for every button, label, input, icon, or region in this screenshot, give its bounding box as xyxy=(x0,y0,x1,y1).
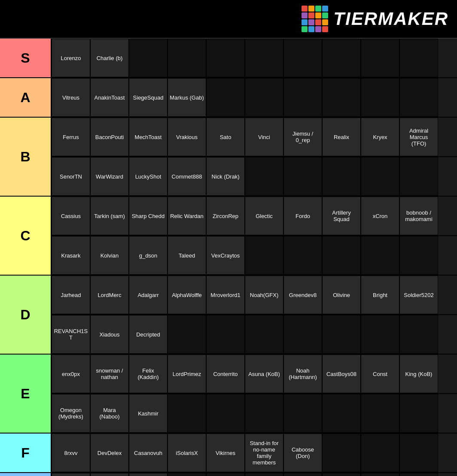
logo-pixel xyxy=(308,12,314,18)
logo-pixel xyxy=(322,12,328,18)
table-cell: Asuna (KoB) xyxy=(245,355,283,393)
logo-pixel xyxy=(315,19,321,25)
table-cell: Relic Wardan xyxy=(168,197,206,235)
table-cell: Ecclessis xyxy=(52,473,90,476)
tier-row-B: BFerrusBaconPoutiMechToastVrakiousSatoVi… xyxy=(0,118,457,197)
cells-row-E-1: Omegon (Mydreks)Mara (Naboo)Kashmir xyxy=(52,394,457,433)
table-cell: Kolvian xyxy=(90,236,129,275)
logo-pixel xyxy=(315,12,321,18)
table-cell: Xiadous xyxy=(90,315,129,354)
table-cell-empty xyxy=(399,78,438,117)
tier-cells-S: LorenzoCharlie (b) xyxy=(52,39,457,77)
table-cell: Cassius xyxy=(52,197,90,235)
table-cell-empty xyxy=(245,315,283,354)
table-cell: Greendev8 xyxy=(283,276,322,314)
logo-pixel xyxy=(302,26,308,32)
table-cell: Artillery Squad xyxy=(322,197,361,235)
tier-cells-B: FerrusBaconPoutiMechToastVrakiousSatoVin… xyxy=(52,118,457,196)
table-cell-empty xyxy=(245,157,283,196)
table-cell: Noah(GFX) xyxy=(245,276,283,314)
table-cell: ZirconRep xyxy=(206,197,245,235)
tier-label-A: A xyxy=(0,78,52,117)
tier-row-A: AVitreusAnakinToastSiegeSquadMarkus (Gab… xyxy=(0,78,457,118)
table-cell: REVANCH1ST xyxy=(52,315,90,354)
table-cell: Krasark xyxy=(52,236,90,275)
tier-row-G: GEcclessisZorad ThanarSirtum crow xyxy=(0,473,457,476)
table-cell: Jarhead xyxy=(52,276,90,314)
table-cell: LordMerc xyxy=(90,276,129,314)
logo-pixel xyxy=(322,26,328,32)
table-cell-empty xyxy=(399,394,438,433)
cells-row-D-0: JarheadLordMercAdalgarrAlphaWolffeMrover… xyxy=(52,276,457,314)
table-cell: BaconPouti xyxy=(90,118,129,156)
table-cell: DevDelex xyxy=(90,434,129,472)
table-cell: Vitreus xyxy=(52,78,90,117)
tiers-container: SLorenzoCharlie (b)AVitreusAnakinToastSi… xyxy=(0,39,457,476)
table-cell-empty xyxy=(206,315,245,354)
tier-label-B: B xyxy=(0,118,52,196)
table-cell-empty xyxy=(206,78,245,117)
logo-grid xyxy=(302,6,328,32)
table-cell-empty xyxy=(283,39,322,77)
table-cell-empty xyxy=(283,236,322,275)
tier-label-S: S xyxy=(0,39,52,77)
table-cell-empty xyxy=(168,394,206,433)
table-cell: Ferrus xyxy=(52,118,90,156)
table-cell-empty xyxy=(361,394,399,433)
table-cell-empty xyxy=(283,394,322,433)
table-cell: Olivine xyxy=(322,276,361,314)
cells-row-G-0: EcclessisZorad ThanarSirtum crow xyxy=(52,473,457,476)
table-cell-empty xyxy=(245,473,283,476)
table-cell: 8rxvv xyxy=(52,434,90,472)
logo-pixel xyxy=(322,6,328,12)
table-cell: Sharp Chedd xyxy=(129,197,168,235)
tier-label-D: D xyxy=(0,276,52,354)
table-cell-empty xyxy=(245,39,283,77)
table-cell-empty xyxy=(322,236,361,275)
table-cell-empty xyxy=(322,394,361,433)
table-cell-empty xyxy=(168,315,206,354)
table-cell: g_dson xyxy=(129,236,168,275)
table-cell-empty xyxy=(322,39,361,77)
table-cell: LuckyShot xyxy=(129,157,168,196)
logo-pixel xyxy=(315,26,321,32)
table-cell: VexCraytos xyxy=(206,236,245,275)
tier-label-C: C xyxy=(0,197,52,275)
tier-cells-E: enx0pxsnowman / nathanFelix (Kaddin)Lord… xyxy=(52,355,457,433)
table-cell: Admiral Marcus (TFO) xyxy=(399,118,438,156)
table-cell-empty xyxy=(168,473,206,476)
logo-area: TiERMAKER xyxy=(302,6,448,32)
cells-row-S-0: LorenzoCharlie (b) xyxy=(52,39,457,77)
table-cell-empty xyxy=(361,473,399,476)
table-cell-empty xyxy=(322,78,361,117)
table-cell: Casanovuh xyxy=(129,434,168,472)
table-cell-empty xyxy=(399,39,438,77)
table-cell-empty xyxy=(245,236,283,275)
table-cell-empty xyxy=(399,157,438,196)
table-cell: iSolarisX xyxy=(168,434,206,472)
table-cell: LordPrimez xyxy=(168,355,206,393)
table-cell-empty xyxy=(129,39,168,77)
table-cell: King (KoB) xyxy=(399,355,438,393)
logo-pixel xyxy=(308,19,314,25)
table-cell: Soldier5202 xyxy=(399,276,438,314)
table-cell: Sato xyxy=(206,118,245,156)
logo-text: TiERMAKER xyxy=(333,9,448,29)
table-cell: snowman / nathan xyxy=(90,355,129,393)
table-cell-empty xyxy=(206,394,245,433)
table-cell: Conterrito xyxy=(206,355,245,393)
table-cell: AnakinToast xyxy=(90,78,129,117)
table-cell: Omegon (Mydreks) xyxy=(52,394,90,433)
table-cell: Kryex xyxy=(361,118,399,156)
table-cell: SiegeSquad xyxy=(129,78,168,117)
table-cell: Zorad Thanar xyxy=(90,473,129,476)
logo-pixel xyxy=(302,12,308,18)
table-cell: Caboose (Don) xyxy=(283,434,322,472)
table-cell-empty xyxy=(322,157,361,196)
table-cell-empty xyxy=(399,236,438,275)
cells-row-B-0: FerrusBaconPoutiMechToastVrakiousSatoVin… xyxy=(52,118,457,156)
header: TiERMAKER xyxy=(0,0,457,39)
table-cell: Mara (Naboo) xyxy=(90,394,129,433)
table-cell: enx0px xyxy=(52,355,90,393)
table-cell: Kashmir xyxy=(129,394,168,433)
